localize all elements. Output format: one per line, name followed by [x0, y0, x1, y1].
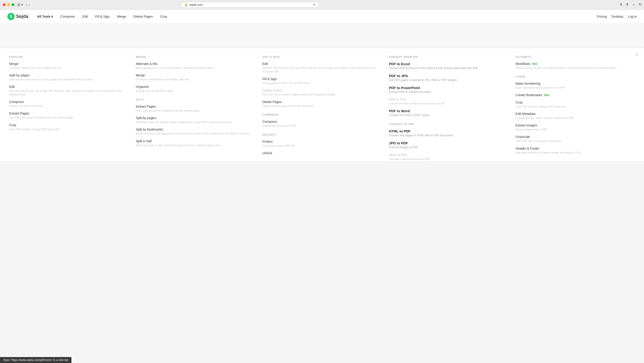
section-edit-title: EDIT & SIGN	[262, 55, 382, 58]
section-merge-split: MERGE Alternate & Mix Mixes pages from 2…	[136, 55, 255, 161]
menu-delete-pages[interactable]: Delete Pages Delete specific pages from …	[262, 100, 382, 108]
back-button[interactable]: ‹	[26, 3, 27, 7]
menu-edit-2[interactable]: Edit * Edit PDF files for free. Fill & s…	[262, 62, 382, 73]
nav-edit[interactable]: Edit	[79, 13, 91, 20]
menu-extract-images[interactable]: Extract Images Extract images from a PDF	[516, 123, 635, 131]
logo[interactable]: S Sejda	[7, 13, 28, 20]
menu-word-to-pdf[interactable]: Word to PDF Converts a Word document to …	[389, 153, 508, 161]
menu-crop-2[interactable]: Crop Crop PDF margins, change PDF page s…	[516, 100, 635, 108]
menu-organize[interactable]: Organize Arrange and reorder PDF pages	[136, 85, 255, 93]
tabs-icon[interactable]: ⧉	[639, 2, 641, 7]
menu-split-by-pages[interactable]: Split by pages * Split specific page ran…	[9, 73, 128, 81]
menu-pdf-to-text[interactable]: PDF to Text Convert text from a PDF docu…	[389, 97, 508, 105]
section-automate: AUTOMATE Workflows New Execute series of…	[516, 55, 635, 161]
new-tab-icon[interactable]: ＋	[632, 2, 636, 7]
nav-items: All Tools ▾ Compress Edit Fill & Sign Me…	[34, 13, 170, 20]
menu-merge-2[interactable]: Merge * Combine multiple PDFs and images…	[136, 73, 255, 81]
traffic-lights	[3, 3, 14, 6]
section-other-title: OTHER	[516, 75, 635, 78]
menu-workflows[interactable]: Workflows New Execute series of tasks on…	[516, 62, 635, 70]
chevron-down-icon: ▾	[51, 15, 53, 18]
menu-jpg-to-pdf[interactable]: JPG to PDF Convert Images to PDF	[389, 141, 508, 149]
site-nav: S Sejda All Tools ▾ Compress Edit Fill &…	[0, 10, 644, 23]
nav-compress[interactable]: Compress	[57, 13, 78, 20]
menu-merge[interactable]: Merge * Combine multiple PDFs and images…	[9, 62, 128, 70]
nav-login[interactable]: Log in	[628, 15, 637, 18]
menu-unlock[interactable]: Unlock	[262, 151, 382, 155]
section-merge-title: MERGE	[136, 55, 255, 58]
lock-icon: 🔒	[185, 3, 188, 6]
section-convert-from-title: CONVERT FROM PDF	[389, 55, 508, 58]
dropdown-overlay: × POPULAR Merge * Combine multiple PDFs …	[0, 48, 644, 161]
nav-merge[interactable]: Merge	[114, 13, 129, 20]
section-convert: CONVERT FROM PDF PDF to Excel Convert PD…	[389, 55, 508, 161]
menu-alternate-mix[interactable]: Alternate & Mix Mixes pages from 2 or mo…	[136, 62, 255, 70]
menu-pdf-to-ppt[interactable]: PDF to PowerPoint Convert PDF to PowerPo…	[389, 86, 508, 94]
fullscreen-traffic-light[interactable]	[12, 3, 14, 6]
share-icon[interactable]: ⬆	[626, 2, 628, 7]
menu-fill-sign[interactable]: Fill & Sign Add signature to PDF. Fill o…	[262, 77, 382, 85]
section-popular: POPULAR Merge * Combine multiple PDFs an…	[9, 55, 128, 161]
nav-right: Pricing Desktop Log in	[597, 15, 637, 18]
menu-compress-2[interactable]: Compress Reduce the size of your PDF	[262, 120, 382, 128]
close-traffic-light[interactable]	[3, 3, 6, 6]
section-automate-title: AUTOMATE	[516, 55, 635, 58]
browser-chrome: ⊞ ▾ ‹ › 🔒 sejda.com ⟳ ⬇ ⬆ ＋ ⧉	[0, 0, 644, 10]
menu-bates-numbering[interactable]: Bates Numbering Insert standard tracking…	[516, 82, 635, 89]
section-split-title: SPLIT	[136, 98, 255, 101]
refresh-icon[interactable]: ⟳	[313, 3, 316, 6]
logo-icon: S	[7, 13, 15, 20]
menu-grayscale[interactable]: Grayscale Turn PDF text and images to gr…	[516, 135, 635, 143]
menu-protect[interactable]: Protect Encrypt & protect a PDF file	[262, 140, 382, 148]
menu-compress[interactable]: Compress Reduce the size of your PDF	[9, 100, 128, 108]
address-bar[interactable]: 🔒 sejda.com ⟳	[181, 2, 319, 7]
minimize-traffic-light[interactable]	[7, 3, 10, 6]
menu-html-to-pdf[interactable]: HTML to PDF Convert web pages or HTML fi…	[389, 129, 508, 137]
section-popular-title: POPULAR	[9, 55, 128, 58]
menu-extract-pages-2[interactable]: Extract Pages Get a new document contain…	[136, 105, 255, 112]
menu-split-in-half[interactable]: Split in half Split each page in half. U…	[136, 139, 255, 147]
section-edit-sign: EDIT & SIGN Edit * Edit PDF files for fr…	[262, 55, 382, 161]
nav-all-tools[interactable]: All Tools ▾	[34, 13, 56, 20]
nav-delete-pages[interactable]: Delete Pages	[130, 13, 156, 20]
sidebar-toggle[interactable]: ⊞ ▾	[17, 2, 23, 7]
menu-crop[interactable]: Crop Crop PDF margins, change PDF page s…	[9, 123, 128, 131]
section-security-title: SECURITY	[262, 133, 382, 136]
menu-create-forms[interactable]: Create Forms Free PDF forms creator. Mak…	[262, 89, 382, 96]
menu-pdf-to-excel[interactable]: PDF to Excel Convert PDF to Excel or CSV…	[389, 62, 508, 70]
page-content: × POPULAR Merge * Combine multiple PDFs …	[0, 23, 644, 161]
section-compress-title: COMPRESS	[262, 113, 382, 116]
section-convert-to-title: CONVERT TO PDF	[389, 123, 508, 125]
menu-pdf-to-jpg[interactable]: PDF to JPG Get PDF pages converted to JP…	[389, 74, 508, 82]
menu-pdf-to-word[interactable]: PDF to Word Convert from PDF to DOC onli…	[389, 109, 508, 117]
logo-name: Sejda	[16, 14, 28, 19]
nav-fill-sign[interactable]: Fill & Sign	[92, 13, 113, 20]
close-dropdown-button[interactable]: ×	[636, 52, 638, 57]
url-text: sejda.com	[189, 3, 203, 6]
nav-desktop[interactable]: Desktop	[612, 15, 623, 18]
menu-split-by-pages-2[interactable]: Split by pages * Split each page into mu…	[136, 116, 255, 124]
download-icon[interactable]: ⬇	[620, 2, 622, 7]
menu-edit[interactable]: Edit * Edit PDF files for free. Fill & s…	[9, 85, 128, 96]
menu-extract-pages[interactable]: Extract Pages Get a new document contain…	[9, 111, 128, 119]
menu-header-footer[interactable]: Header & Footer Add page numbers or cust…	[516, 147, 635, 154]
browser-actions: ⬇ ⬆ ＋ ⧉	[620, 2, 641, 7]
menu-create-bookmarks[interactable]: Create Bookmarks New	[516, 93, 635, 97]
menu-split-by-bookmarks[interactable]: Split by bookmarks Select sections to be…	[136, 128, 255, 135]
nav-pricing[interactable]: Pricing	[597, 15, 607, 18]
menu-edit-metadata[interactable]: Edit Metadata Change the title, author, …	[516, 112, 635, 120]
forward-button[interactable]: ›	[28, 3, 30, 7]
nav-arrows: ‹ ›	[26, 3, 30, 7]
nav-crop[interactable]: Crop	[157, 13, 170, 20]
